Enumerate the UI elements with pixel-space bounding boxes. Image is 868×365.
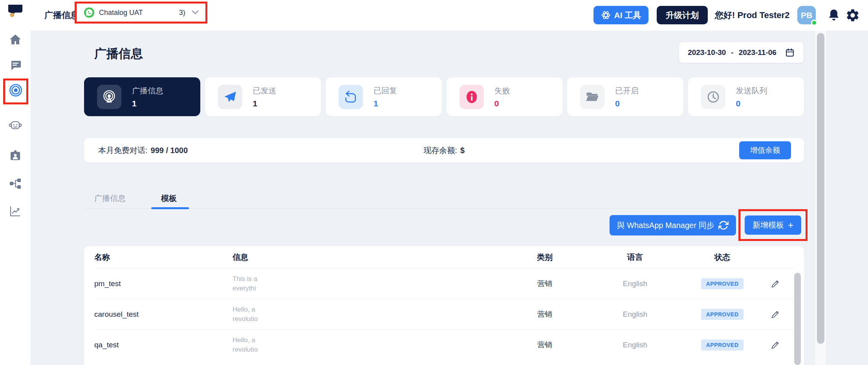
- table-header: 名称 信息 类别 语言 状态: [94, 246, 794, 268]
- stat-cards-row: 广播信息 1 已发送 1 已回复 1: [84, 77, 804, 116]
- flow-icon: [9, 177, 22, 190]
- chat-bubble-logo-icon: [6, 3, 24, 19]
- stat-card-broadcast[interactable]: 广播信息 1: [84, 77, 200, 116]
- sidebar-item-home[interactable]: [0, 34, 31, 46]
- new-template-annotation-box: 新增模板 +: [738, 209, 808, 241]
- whatsapp-icon: [84, 7, 95, 18]
- broadcast-icon: [9, 92, 23, 99]
- settings-button[interactable]: [845, 0, 860, 31]
- app-window: 广播信息 Chatalog UAT 3): [0, 0, 868, 365]
- date-separator: -: [731, 48, 733, 57]
- failed-info-icon: [460, 85, 484, 109]
- chat-icon: [9, 59, 22, 71]
- sidebar-item-chats[interactable]: [0, 59, 31, 71]
- sidebar-item-contacts[interactable]: [0, 149, 31, 162]
- new-template-button[interactable]: 新增模板 +: [745, 215, 801, 235]
- calendar-icon: [785, 47, 795, 58]
- page-title: 广播信息: [94, 46, 143, 62]
- status-badge: APPROVED: [701, 309, 744, 320]
- col-header-name: 名称: [94, 252, 233, 263]
- sync-whatsapp-button[interactable]: 與 WhatsApp Manager 同步: [610, 215, 736, 235]
- sidebar: [0, 0, 31, 365]
- topbar: 广播信息 Chatalog UAT 3): [31, 0, 868, 31]
- workspace-redacted-area: [143, 6, 179, 19]
- current-balance: 现存余额: $: [84, 138, 804, 162]
- col-header-message: 信息: [233, 252, 507, 263]
- tab-broadcast[interactable]: 广播信息: [94, 188, 126, 209]
- sync-icon: [718, 220, 729, 230]
- avatar[interactable]: PB: [797, 6, 816, 24]
- pencil-icon: [770, 278, 781, 289]
- col-header-status: 状态: [688, 252, 756, 263]
- stat-card-queue[interactable]: 发送队列 0: [688, 77, 804, 116]
- table-row[interactable]: qa_test Hello, a revolutio 营销 English AP…: [94, 329, 794, 360]
- reply-arrow-icon: [339, 85, 363, 109]
- current-balance-value: $: [460, 146, 465, 155]
- template-status: APPROVED: [688, 278, 756, 289]
- broadcast-annotation-box: [3, 78, 28, 104]
- active-tab-underline: [151, 207, 189, 209]
- home-icon: [9, 34, 22, 46]
- page-scrollbar-thumb[interactable]: [817, 33, 824, 344]
- contact-card-icon: [9, 149, 22, 162]
- online-status-dot: [811, 20, 817, 26]
- sidebar-item-bot[interactable]: [0, 119, 31, 131]
- chart-icon: [9, 205, 22, 217]
- col-header-language: 语言: [582, 252, 688, 263]
- chevron-down-icon[interactable]: [191, 9, 200, 16]
- date-start: 2023-10-30: [688, 48, 726, 57]
- folder-icon: [580, 85, 604, 109]
- template-language: English: [582, 279, 688, 288]
- upgrade-plan-button[interactable]: 升级计划: [657, 6, 708, 24]
- plus-icon: +: [788, 221, 793, 229]
- sidebar-item-flows[interactable]: [0, 177, 31, 190]
- app-logo[interactable]: [0, 3, 31, 19]
- workspace-selector[interactable]: Chatalog UAT: [99, 9, 143, 17]
- template-category: 营销: [507, 279, 582, 289]
- template-message: This is a everythi: [233, 274, 507, 293]
- template-category: 营销: [507, 309, 582, 319]
- stat-card-replied[interactable]: 已回复 1: [326, 77, 442, 116]
- robot-icon: [9, 119, 22, 131]
- template-status: APPROVED: [688, 309, 756, 320]
- date-end: 2023-11-06: [739, 48, 776, 57]
- edit-template-button[interactable]: [756, 339, 794, 350]
- workspace-annotation-box: Chatalog UAT 3): [75, 2, 207, 24]
- sidebar-item-broadcast[interactable]: [9, 84, 23, 99]
- table-scrollbar-thumb[interactable]: [794, 273, 801, 365]
- col-header-category: 类别: [507, 252, 582, 263]
- ai-tools-button[interactable]: AI 工具: [593, 6, 648, 24]
- table-row[interactable]: carousel_test Hello, a revolutio 营销 Engl…: [94, 299, 794, 329]
- stat-card-sent[interactable]: 已发送 1: [205, 77, 321, 116]
- breadcrumb: 广播信息: [44, 0, 79, 31]
- template-name: qa_test: [94, 341, 233, 349]
- ai-swirl-icon: [601, 10, 611, 20]
- template-category: 营销: [507, 340, 582, 350]
- workspace-suffix: 3): [179, 9, 185, 17]
- tab-template[interactable]: 模板: [161, 188, 177, 209]
- tabs-bar: 广播信息 模板: [84, 188, 804, 209]
- template-message: Hello, a revolutio: [233, 305, 507, 324]
- date-range-picker[interactable]: 2023-10-30 - 2023-11-06: [679, 42, 804, 63]
- template-name: pm_test: [94, 279, 233, 288]
- paper-plane-icon: [218, 85, 242, 109]
- user-greeting: 您好! Prod Tester2: [715, 0, 789, 31]
- topup-button[interactable]: 增值余额: [739, 141, 791, 159]
- template-name: carousel_test: [94, 310, 233, 319]
- pencil-icon: [770, 309, 781, 320]
- status-badge: APPROVED: [701, 339, 744, 350]
- status-badge: APPROVED: [701, 278, 744, 289]
- stat-card-opened[interactable]: 已开启 0: [567, 77, 683, 116]
- notifications-button[interactable]: [827, 0, 841, 31]
- table-row[interactable]: pm_test This is a everythi 营销 English AP…: [94, 268, 794, 299]
- edit-template-button[interactable]: [756, 278, 794, 289]
- edit-template-button[interactable]: [756, 309, 794, 320]
- clock-icon: [701, 85, 725, 109]
- template-message: Hello, a revolutio: [233, 336, 507, 354]
- sidebar-item-analytics[interactable]: [0, 205, 31, 217]
- template-language: English: [582, 310, 688, 319]
- stat-card-failed[interactable]: 失败 0: [447, 77, 563, 116]
- pencil-icon: [770, 339, 781, 350]
- gear-icon: [845, 8, 860, 23]
- bell-icon: [827, 8, 841, 22]
